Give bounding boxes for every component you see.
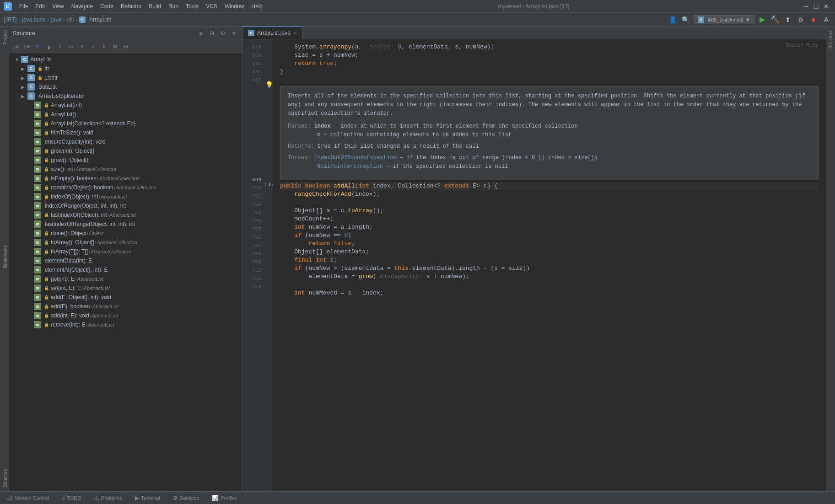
translate-btn[interactable]: A <box>821 15 831 25</box>
tab-arraylist[interactable]: C ArrayList.java ✕ <box>242 27 303 39</box>
menu-build[interactable]: Build <box>145 2 165 11</box>
tree-item-spliterator[interactable]: ▶ C ArrayListSpliterator <box>9 91 242 101</box>
project-tab[interactable]: Project <box>0 27 9 48</box>
tree-root-arrow[interactable]: ▼ <box>15 57 21 62</box>
tree-item-lastindexofrange[interactable]: m lastIndexOfRange(Object, int, int): in… <box>9 220 242 229</box>
menu-refactor[interactable]: Refactor <box>117 2 145 11</box>
filter-circle-btn[interactable]: ○ <box>88 42 98 52</box>
menu-window[interactable]: Window <box>221 2 248 11</box>
tree-item-ensurecap[interactable]: m ensureCapacity(int): void <box>9 137 242 146</box>
bookmarks-tab[interactable]: Bookmarks <box>0 241 9 272</box>
menu-run[interactable]: Run <box>165 2 182 11</box>
tree-item-constructor1[interactable]: m 🔒 ArrayList(int) <box>9 101 242 110</box>
tree-item-add3[interactable]: m 🔒 add(int, E): void ↑AbstractList <box>9 311 242 320</box>
status-terminal[interactable]: ▶ Terminal <box>132 494 163 502</box>
menu-help[interactable]: Help <box>248 2 266 11</box>
tree-container[interactable]: ▼ C ArrayList ▶ C 🔒 Itr ▶ C 🔒 ListItr <box>9 53 242 491</box>
maximize-btn[interactable]: □ <box>811 1 821 11</box>
breadcrumb-util[interactable]: util <box>67 16 74 23</box>
tree-item-sublist[interactable]: ▶ C SubList <box>9 82 242 91</box>
tab-close[interactable]: ✕ <box>293 31 297 36</box>
status-services[interactable]: ⚙ Services <box>170 494 202 502</box>
tree-item-toarray1[interactable]: m 🔒 toArray(): Object[] ↑AbstractCollect… <box>9 238 242 247</box>
menu-file[interactable]: File <box>16 2 32 11</box>
collapse-all-btn[interactable]: ⊟ <box>121 42 131 52</box>
breadcrumb-arraylist[interactable]: ArrayList <box>89 16 111 23</box>
lightbulb-icon[interactable]: 💡 <box>265 80 273 89</box>
breadcrumb-jrt[interactable]: [JRT] <box>4 16 16 23</box>
expand-all-btn[interactable]: ⊞ <box>110 42 120 52</box>
sort-visibility-btn[interactable]: ↕👁 <box>22 42 32 52</box>
minimize-btn[interactable]: ─ <box>801 1 811 11</box>
filter-public-btn[interactable]: P <box>33 42 43 52</box>
tree-item-toarray2[interactable]: m 🔒 toArray(T[]): T[] ↑AbstractCollectio… <box>9 247 242 256</box>
tree-arrow-spliterator[interactable]: ▶ <box>21 94 27 99</box>
tree-arrow-listitr[interactable]: ▶ <box>21 75 27 80</box>
reader-mode-btn[interactable]: Reader Mode <box>785 41 819 49</box>
build-btn[interactable]: 🔨 <box>770 15 780 25</box>
status-vcs[interactable]: ⎇ Version Control <box>4 494 52 502</box>
panel-collapse-btn[interactable]: ⊟ <box>207 29 216 38</box>
structure-right-tab[interactable]: Structure <box>827 27 834 53</box>
filter-lambda-btn[interactable]: λ <box>99 42 109 52</box>
doc-throw1-link[interactable]: IndexOutOfBoundsException <box>314 155 397 161</box>
tree-item-add2[interactable]: m 🔒 add(E): boolean ↑AbstractList <box>9 302 242 311</box>
tree-item-clone[interactable]: m 🔒 clone(): Object ↑Object <box>9 229 242 238</box>
tree-item-trimtosize[interactable]: m 🔒 trimToSize(): void <box>9 128 242 137</box>
status-problems[interactable]: ⚠ Problems <box>92 494 125 502</box>
menu-code[interactable]: Code <box>97 2 117 11</box>
menu-vcs[interactable]: VCS <box>202 2 221 11</box>
tree-item-listitr[interactable]: ▶ C 🔒 ListItr <box>9 73 242 82</box>
tree-item-indexofrange[interactable]: m indexOfRange(Object, int, int): int <box>9 201 242 210</box>
tree-item-grow1[interactable]: m 🔒 grow(int): Object[] <box>9 146 242 155</box>
filter-class-btn[interactable]: Y <box>77 42 87 52</box>
tree-item-lastindexof[interactable]: m 🔒 lastIndexOf(Object): int ↑AbstractLi… <box>9 210 242 220</box>
menu-navigate[interactable]: Navigate <box>68 2 97 11</box>
code-area[interactable]: Reader Mode System.arraycopy(a, srcPos: … <box>273 39 826 491</box>
structure-left-tab[interactable]: Structure <box>0 465 9 491</box>
close-btn[interactable]: ✕ <box>821 1 831 11</box>
run-btn[interactable]: ▶ <box>757 15 767 25</box>
menu-tools[interactable]: Tools <box>182 2 202 11</box>
tree-item-set[interactable]: m 🔒 set(int, E): E ↑AbstractList <box>9 284 242 293</box>
menu-view[interactable]: View <box>48 2 68 11</box>
tree-item-constructor3[interactable]: m 🔒 ArrayList(Collection<? extends E>) <box>9 119 242 128</box>
tree-item-grow2[interactable]: m 🔒 grow(): Object[] <box>9 155 242 165</box>
status-todo[interactable]: ≡ TODO <box>59 494 84 502</box>
search-btn[interactable]: 🔍 <box>681 15 691 25</box>
tree-arrow-itr[interactable]: ▶ <box>21 66 27 71</box>
profile-btn[interactable]: 👤 <box>668 15 678 25</box>
profile-dropdown[interactable]: A A02_ListDemo2 ▼ <box>694 15 754 24</box>
tree-item-itr[interactable]: ▶ C 🔒 Itr <box>9 64 242 73</box>
code-line-682: } <box>280 68 819 76</box>
tree-item-indexof[interactable]: m 🔒 indexOf(Object): int ↑AbstractList <box>9 192 242 201</box>
more-btn[interactable]: ⚙ <box>796 15 806 25</box>
breadcrumb-javabase[interactable]: java.base <box>22 16 45 23</box>
filter-method-btn[interactable]: m <box>66 42 76 52</box>
filter-field-btn[interactable]: f <box>55 42 65 52</box>
tree-item-get[interactable]: m 🔒 get(int): E ↑AbstractList <box>9 274 242 284</box>
stop-btn[interactable]: ■ <box>808 15 819 25</box>
panel-settings-btn[interactable]: ⚙ <box>218 29 227 38</box>
tree-arrow-sublist[interactable]: ▶ <box>21 85 27 90</box>
tree-item-remove[interactable]: m 🔒 remove(int): E ↑AbstractList <box>9 320 242 329</box>
tree-item-contains[interactable]: m 🔒 contains(Object): boolean ↑AbstractC… <box>9 183 242 192</box>
tree-item-elementat[interactable]: m elementAt(Object[], int): E <box>9 265 242 274</box>
tree-item-isempty[interactable]: m 🔒 isEmpty(): boolean ↑AbstractCollecti… <box>9 174 242 183</box>
menu-edit[interactable]: Edit <box>32 2 48 11</box>
panel-close-btn[interactable]: ✕ <box>229 29 238 38</box>
tree-item-constructor2[interactable]: m 🔒 ArrayList() <box>9 110 242 119</box>
down-marker: ⬇ <box>268 182 271 187</box>
tree-root[interactable]: ▼ C ArrayList <box>9 55 242 64</box>
sort-alpha-btn[interactable]: ↕A <box>11 42 21 52</box>
panel-expand-btn[interactable]: ≡ <box>196 29 205 38</box>
status-profiler[interactable]: 📊 Profiler <box>209 494 239 502</box>
doc-throw2-link[interactable]: NullPointerException <box>317 163 383 170</box>
tree-item-add1[interactable]: m 🔒 add(E, Object[], int): void <box>9 293 242 302</box>
tree-item-elementdata[interactable]: m elementData(int): E <box>9 256 242 265</box>
tree-item-size[interactable]: m 🔒 size(): int ↑AbstractCollection <box>9 165 242 174</box>
filter-protected-btn[interactable]: p <box>44 42 54 52</box>
gutter-marker-699[interactable]: ⬆ ⬇ ⌐ <box>265 180 273 188</box>
breadcrumb-java[interactable]: java <box>51 16 61 23</box>
update-btn[interactable]: ⬆ <box>783 15 793 25</box>
